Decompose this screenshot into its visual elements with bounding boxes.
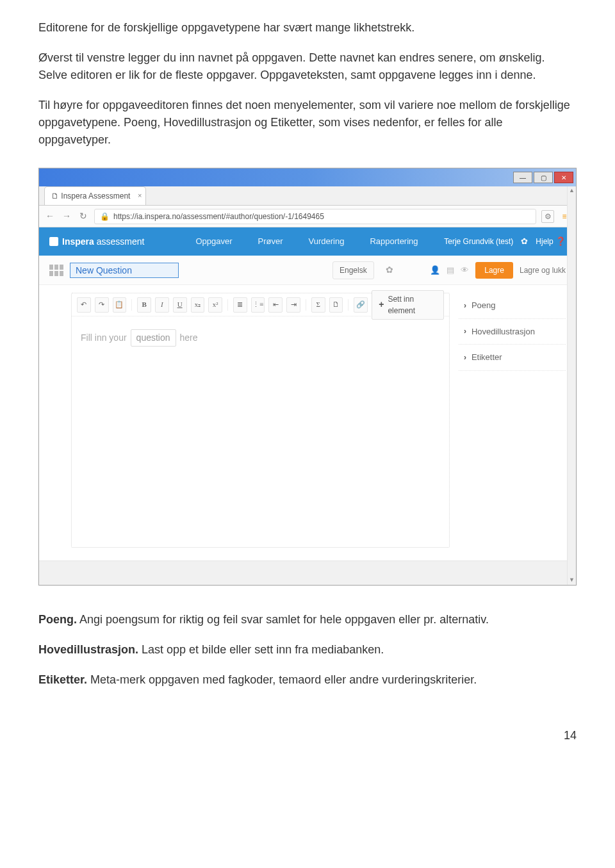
window-close-button[interactable]: ✕ bbox=[554, 172, 573, 183]
settings-gear-icon[interactable]: ✿ bbox=[521, 235, 528, 248]
page-number: 14 bbox=[38, 727, 577, 744]
lock-icon: 🔒 bbox=[100, 211, 110, 222]
undo-icon[interactable]: ↶ bbox=[77, 297, 91, 313]
logo-light: assessment bbox=[94, 236, 145, 247]
side-item-label: Hovedillustrasjon bbox=[472, 325, 535, 338]
language-selector[interactable]: Engelsk bbox=[332, 261, 374, 279]
hovedillustrasjon-paragraph: Hovedillustrasjon. Last opp et bilde ell… bbox=[38, 641, 577, 659]
placeholder-line: Fill inn your question here bbox=[81, 329, 440, 347]
question-title-input[interactable] bbox=[70, 263, 179, 278]
paste-icon[interactable]: 📋 bbox=[113, 297, 127, 313]
logo-mark-icon bbox=[49, 237, 58, 246]
poeng-lead: Poeng. bbox=[38, 613, 77, 626]
notes-icon[interactable]: ▤ bbox=[447, 264, 454, 277]
intro-paragraph-1: Editorene for de forskjellige oppgavetyp… bbox=[38, 19, 577, 37]
editor-body: ↶ ↷ 📋 B I U x₂ x² ≣ ⋮≡ ⇤ ⇥ Σ 🗋 🔗 bbox=[39, 285, 576, 561]
rich-text-toolbar: ↶ ↷ 📋 B I U x₂ x² ≣ ⋮≡ ⇤ ⇥ Σ 🗋 🔗 bbox=[72, 293, 449, 316]
italic-icon[interactable]: I bbox=[155, 297, 169, 313]
address-bar: ← → ↻ 🔒 https://ia.inspera.no/assessment… bbox=[39, 206, 576, 227]
window-titlebar: — ▢ ✕ bbox=[39, 168, 576, 186]
nav-back-icon[interactable]: ← bbox=[44, 209, 56, 223]
poeng-rest: Angi poengsum for riktig og feil svar sa… bbox=[77, 613, 489, 626]
tab-close-icon[interactable]: × bbox=[138, 190, 142, 201]
poeng-paragraph: Poeng. Angi poengsum for riktig og feil … bbox=[38, 611, 577, 628]
unordered-list-icon[interactable]: ⋮≡ bbox=[251, 297, 265, 313]
save-button[interactable]: Lagre bbox=[475, 262, 513, 279]
window-minimize-button[interactable]: — bbox=[513, 172, 532, 183]
preview-icon[interactable]: 👁 bbox=[461, 264, 469, 277]
file-icon[interactable]: 🗋 bbox=[329, 297, 343, 313]
intro-paragraph-2: Øverst til venstre legger du inn navnet … bbox=[38, 49, 577, 84]
intro-paragraph-3: Til høyre for oppgaveeditoren finnes det… bbox=[38, 97, 577, 149]
logo-bold: Inspera bbox=[62, 236, 94, 247]
browser-tab-title: Inspera Assessment bbox=[61, 192, 130, 201]
plus-icon: + bbox=[379, 298, 384, 311]
insert-element-label: Sett inn element bbox=[388, 293, 437, 316]
browser-tab-active[interactable]: 🗋 Inspera Assessment × bbox=[44, 186, 146, 205]
browser-tab-strip: 🗋 Inspera Assessment × bbox=[39, 186, 576, 206]
side-item-label: Etiketter bbox=[472, 351, 502, 364]
editor-main: ↶ ↷ 📋 B I U x₂ x² ≣ ⋮≡ ⇤ ⇥ Σ 🗋 🔗 bbox=[71, 293, 450, 548]
insert-element-button[interactable]: + Sett inn element bbox=[372, 290, 444, 320]
nav-rapportering[interactable]: Rapportering bbox=[370, 235, 418, 248]
nav-reload-icon[interactable]: ↻ bbox=[78, 209, 89, 223]
nav-forward-icon[interactable]: → bbox=[61, 209, 72, 223]
help-link[interactable]: Hjelp ❓ bbox=[536, 235, 566, 248]
fill-prefix: Fill inn your bbox=[81, 331, 127, 345]
formula-icon[interactable]: Σ bbox=[311, 297, 325, 313]
etik-lead: Etiketter. bbox=[38, 673, 87, 686]
chevron-right-icon: › bbox=[464, 300, 466, 311]
user-icon[interactable]: 👤 bbox=[430, 264, 440, 277]
fill-suffix: here bbox=[180, 331, 198, 345]
nav-vurdering[interactable]: Vurdering bbox=[309, 235, 345, 248]
url-input[interactable]: 🔒 https://ia.inspera.no/assessment/#auth… bbox=[94, 209, 536, 224]
app-header: Inspera assessment Oppgaver Prøver Vurde… bbox=[39, 227, 576, 256]
question-content-area[interactable]: Fill inn your question here bbox=[72, 316, 449, 359]
side-item-poeng[interactable]: › Poeng bbox=[459, 293, 566, 319]
scroll-up-icon[interactable]: ▲ bbox=[568, 186, 576, 195]
side-item-label: Poeng bbox=[472, 299, 496, 312]
subscript-icon[interactable]: x₂ bbox=[191, 297, 205, 313]
content-footer-shade bbox=[39, 561, 576, 585]
redo-icon[interactable]: ↷ bbox=[95, 297, 109, 313]
save-and-close-button[interactable]: Lagre og lukk bbox=[520, 265, 566, 276]
help-icon: ❓ bbox=[555, 236, 566, 246]
link-icon[interactable]: 🔗 bbox=[354, 297, 368, 313]
app-nav: Oppgaver Prøver Vurdering Rapportering bbox=[195, 235, 418, 248]
language-settings-icon[interactable]: ✿ bbox=[386, 263, 393, 277]
side-panel: › Poeng › Hovedillustrasjon › Etiketter bbox=[459, 293, 566, 548]
user-name-label[interactable]: Terje Grundvik (test) bbox=[444, 236, 513, 247]
nav-oppgaver[interactable]: Oppgaver bbox=[195, 235, 232, 248]
action-bar: Engelsk ✿ 👤 ▤ 👁 Lagre Lagre og lukk bbox=[39, 256, 576, 285]
browser-window: — ▢ ✕ 🗋 Inspera Assessment × ← → ↻ 🔒 htt… bbox=[38, 168, 577, 585]
question-placeholder-field[interactable]: question bbox=[131, 329, 176, 347]
side-item-hovedillustrasjon[interactable]: › Hovedillustrasjon bbox=[459, 319, 566, 345]
underline-icon[interactable]: U bbox=[173, 297, 187, 313]
chevron-right-icon: › bbox=[464, 352, 466, 363]
window-maximize-button[interactable]: ▢ bbox=[534, 172, 553, 183]
bold-icon[interactable]: B bbox=[137, 297, 151, 313]
etik-rest: Meta-merk oppgaven med fagkoder, temaord… bbox=[87, 673, 477, 686]
ordered-list-icon[interactable]: ≣ bbox=[233, 297, 247, 313]
hoved-lead: Hovedillustrasjon. bbox=[38, 643, 138, 656]
chevron-right-icon: › bbox=[464, 325, 466, 337]
url-text: https://ia.inspera.no/assessment/#author… bbox=[113, 211, 324, 222]
translate-icon[interactable]: ⚙ bbox=[541, 210, 554, 223]
page-icon: 🗋 bbox=[51, 192, 61, 201]
apps-grid-icon[interactable] bbox=[49, 265, 63, 276]
superscript-icon[interactable]: x² bbox=[208, 297, 222, 313]
side-item-etiketter[interactable]: › Etiketter bbox=[459, 345, 566, 371]
indent-icon[interactable]: ⇥ bbox=[286, 297, 300, 313]
scroll-down-icon[interactable]: ▼ bbox=[568, 576, 576, 585]
app-logo[interactable]: Inspera assessment bbox=[49, 235, 144, 249]
nav-prover[interactable]: Prøver bbox=[258, 235, 283, 248]
vertical-scrollbar[interactable]: ▲ ▼ bbox=[567, 186, 576, 585]
outdent-icon[interactable]: ⇤ bbox=[268, 297, 283, 313]
hoved-rest: Last opp et bilde eller sett inn fra med… bbox=[138, 643, 384, 656]
etiketter-paragraph: Etiketter. Meta-merk oppgaven med fagkod… bbox=[38, 671, 577, 689]
